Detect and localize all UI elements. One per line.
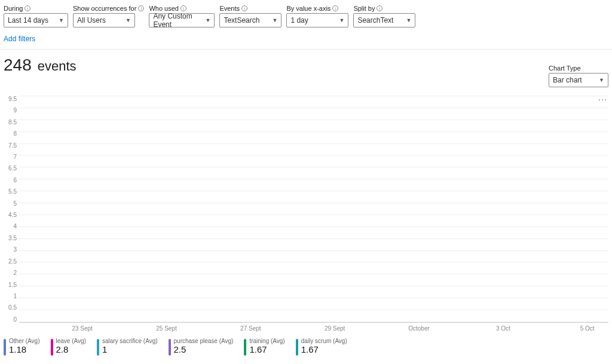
y-axis: 9.598.587.576.565.554.543.532.521.510.50 — [4, 96, 19, 323]
bar-col[interactable] — [451, 96, 489, 322]
legend-item[interactable]: daily scrum (Avg)1.67 — [296, 338, 347, 356]
legend-item[interactable]: purchase please (Avg)2.5 — [169, 338, 234, 356]
chevron-down-icon: ▼ — [339, 17, 344, 23]
bar-col[interactable] — [216, 96, 255, 322]
info-icon[interactable]: i — [377, 5, 382, 11]
filter-dropdown[interactable]: TextSearch▼ — [219, 13, 281, 27]
bar-col[interactable] — [294, 96, 333, 322]
filter-label: Show occurrences fori — [73, 5, 144, 12]
x-tick: 3 Oct — [482, 325, 524, 332]
events-count: 248 — [4, 56, 32, 75]
x-tick: 5 Oct — [566, 325, 608, 332]
bar-col[interactable] — [177, 96, 216, 322]
x-tick — [19, 325, 61, 332]
x-tick — [103, 325, 145, 332]
bar-col[interactable] — [20, 96, 59, 322]
bar-col[interactable] — [490, 96, 529, 322]
info-icon[interactable]: i — [138, 5, 144, 11]
filter-label: Eventsi — [219, 5, 281, 12]
chevron-down-icon: ▼ — [599, 77, 604, 83]
divider — [0, 49, 612, 50]
x-tick: October — [398, 325, 440, 332]
chart-type-value: Bar chart — [553, 76, 582, 84]
legend-item[interactable]: salary sacrifice (Avg)1 — [97, 338, 158, 356]
info-icon[interactable]: i — [241, 5, 247, 11]
bar-col[interactable] — [99, 96, 137, 322]
bar-col[interactable] — [333, 96, 372, 322]
bar-col[interactable] — [568, 96, 607, 322]
x-tick: 27 Sept — [230, 325, 271, 332]
x-tick — [272, 325, 314, 332]
legend-color-chip — [4, 339, 6, 356]
chevron-down-icon: ▼ — [272, 17, 277, 23]
add-filters-link[interactable]: Add filters — [0, 27, 39, 47]
info-icon[interactable]: i — [332, 5, 338, 11]
bar-col[interactable] — [372, 96, 411, 322]
filter-dropdown[interactable]: 1 day▼ — [286, 13, 348, 27]
bar-col[interactable] — [59, 96, 98, 322]
chevron-down-icon: ▼ — [406, 17, 411, 23]
filter-dropdown[interactable]: All Users▼ — [73, 13, 135, 27]
chevron-down-icon: ▼ — [205, 17, 210, 23]
events-label: events — [38, 59, 76, 74]
chevron-down-icon: ▼ — [59, 17, 64, 23]
legend-item[interactable]: training (Avg)1.67 — [244, 338, 284, 356]
chart-type-label: Chart Type — [549, 65, 581, 72]
filter-label: Who usedi — [149, 5, 215, 12]
x-tick: 29 Sept — [314, 325, 356, 332]
filter-dropdown[interactable]: Last 14 days▼ — [4, 13, 68, 27]
bar-col[interactable] — [137, 96, 176, 322]
x-tick — [188, 325, 230, 332]
x-tick: 25 Sept — [145, 325, 187, 332]
chart-plot — [19, 96, 608, 323]
x-tick — [440, 325, 482, 332]
legend-color-chip — [51, 339, 53, 356]
legend-color-chip — [244, 339, 246, 356]
legend-item[interactable]: leave (Avg)2.8 — [51, 338, 86, 356]
legend-item[interactable]: Other (Avg)1.18 — [4, 338, 40, 356]
filter-label: Duringi — [4, 5, 68, 12]
filter-dropdown[interactable]: SearchText▼ — [353, 13, 415, 27]
filter-dropdown[interactable]: Any Custom Event▼ — [149, 13, 215, 27]
x-axis: 23 Sept25 Sept27 Sept29 SeptOctober3 Oct… — [19, 323, 608, 332]
x-tick: 23 Sept — [61, 325, 103, 332]
filter-label: Split byi — [353, 5, 415, 12]
chart-type-dropdown[interactable]: Bar chart ▼ — [549, 73, 608, 87]
info-icon[interactable]: i — [180, 5, 186, 11]
x-tick — [356, 325, 397, 332]
legend-color-chip — [97, 339, 99, 356]
legend-color-chip — [296, 339, 298, 356]
legend-color-chip — [169, 339, 171, 356]
chevron-down-icon: ▼ — [126, 17, 131, 23]
x-tick — [524, 325, 566, 332]
bar-col[interactable] — [412, 96, 451, 322]
bar-col[interactable] — [255, 96, 294, 322]
filter-label: By value x-axisi — [286, 5, 348, 12]
bar-col[interactable] — [529, 96, 568, 322]
info-icon[interactable]: i — [25, 5, 30, 11]
